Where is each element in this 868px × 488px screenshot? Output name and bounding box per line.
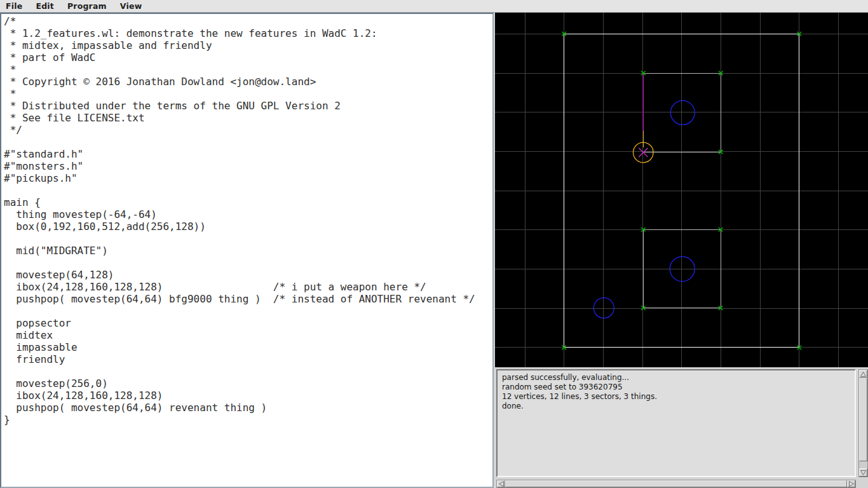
menu-edit[interactable]: Edit	[36, 1, 54, 11]
vertical-scroll-thumb[interactable]	[859, 378, 867, 461]
scroll-up-button[interactable]	[859, 370, 867, 378]
console-horizontal-scrollbar[interactable]	[496, 480, 856, 488]
arrow-down-icon	[860, 470, 866, 475]
console-line: 12 vertices, 12 lines, 3 sectors, 3 thin…	[502, 392, 850, 402]
menu-file[interactable]: File	[6, 1, 22, 11]
arrow-right-icon	[849, 481, 854, 487]
console-line: parsed successfully, evaluating...	[502, 373, 850, 383]
map-canvas	[495, 13, 868, 367]
menu-bar: File Edit Program View	[0, 0, 868, 13]
code-editor[interactable]: /* * 1.2_features.wl: demonstrate the ne…	[0, 13, 494, 488]
thing-circle-bfg9000	[670, 100, 695, 125]
code-editor-text[interactable]: /* * 1.2_features.wl: demonstrate the ne…	[1, 14, 492, 426]
horizontal-scroll-thumb[interactable]	[505, 480, 847, 487]
output-console: parsed successfully, evaluating... rando…	[496, 369, 856, 477]
arrow-left-icon	[499, 481, 504, 487]
scroll-left-button[interactable]	[497, 480, 505, 487]
menu-view[interactable]: View	[120, 1, 142, 11]
scroll-right-button[interactable]	[847, 480, 855, 487]
map-viewport	[495, 13, 868, 367]
console-line: random seed set to 393620795	[502, 383, 850, 392]
scroll-down-button[interactable]	[859, 468, 867, 477]
menu-program[interactable]: Program	[67, 1, 107, 11]
arrow-up-icon	[860, 372, 866, 377]
scrollbar-corner-filler	[857, 478, 868, 488]
console-vertical-scrollbar[interactable]	[858, 369, 868, 477]
console-line: done.	[502, 402, 850, 411]
